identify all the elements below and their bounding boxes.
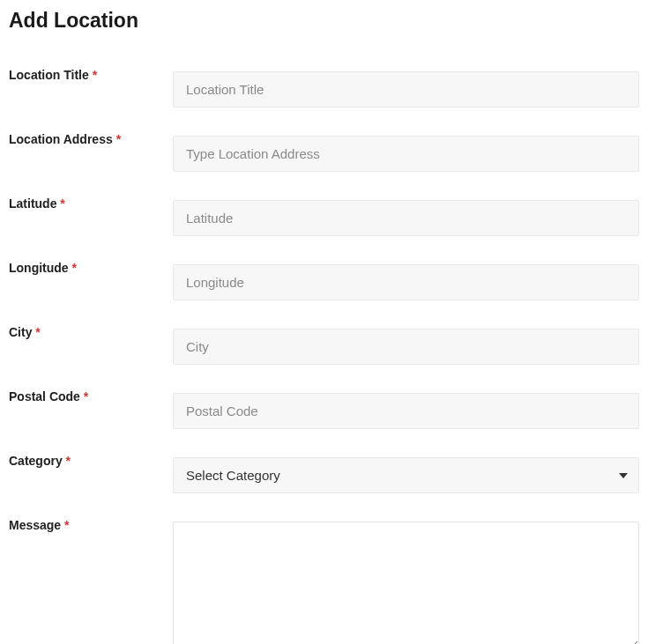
label-text: Location Title xyxy=(9,68,89,82)
row-location-title: Location Title * xyxy=(9,68,639,107)
location-title-input[interactable] xyxy=(173,71,639,107)
row-latitude: Latitude * xyxy=(9,196,639,236)
row-category: Category * Select Category xyxy=(9,454,639,493)
label-latitude: Latitude * xyxy=(9,196,173,211)
label-location-title: Location Title * xyxy=(9,68,173,82)
required-marker: * xyxy=(93,68,97,82)
label-text: Postal Code xyxy=(9,389,80,403)
label-text: Category xyxy=(9,454,63,468)
label-location-address: Location Address * xyxy=(9,132,173,146)
label-message: Message * xyxy=(9,518,173,532)
label-city: City * xyxy=(9,325,173,339)
longitude-input[interactable] xyxy=(173,264,639,300)
location-address-input[interactable] xyxy=(173,136,639,172)
postal-code-input[interactable] xyxy=(173,393,639,429)
field-wrapper xyxy=(173,68,639,107)
page-title: Add Location xyxy=(9,9,639,33)
row-message: Message * xyxy=(9,518,639,644)
field-wrapper xyxy=(173,132,639,172)
field-wrapper xyxy=(173,196,639,236)
required-marker: * xyxy=(64,518,69,532)
label-text: Message xyxy=(9,518,61,532)
row-location-address: Location Address * xyxy=(9,132,639,172)
label-longitude: Longitude * xyxy=(9,261,173,275)
label-text: Latitude xyxy=(9,196,56,211)
add-location-form: Location Title * Location Address * Lati… xyxy=(9,68,639,644)
row-city: City * xyxy=(9,325,639,365)
required-marker: * xyxy=(60,196,64,211)
label-text: City xyxy=(9,325,32,339)
row-longitude: Longitude * xyxy=(9,261,639,300)
required-marker: * xyxy=(116,132,121,146)
required-marker: * xyxy=(35,325,40,339)
category-select[interactable]: Select Category xyxy=(173,457,639,493)
field-wrapper xyxy=(173,389,639,429)
field-wrapper: Select Category xyxy=(173,454,639,493)
required-marker: * xyxy=(72,261,77,275)
required-marker: * xyxy=(66,454,71,468)
label-category: Category * xyxy=(9,454,173,468)
message-textarea[interactable] xyxy=(173,522,639,644)
label-text: Longitude xyxy=(9,261,69,275)
label-postal-code: Postal Code * xyxy=(9,389,173,403)
field-wrapper xyxy=(173,325,639,365)
field-wrapper xyxy=(173,518,639,644)
city-input[interactable] xyxy=(173,329,639,365)
latitude-input[interactable] xyxy=(173,200,639,236)
row-postal-code: Postal Code * xyxy=(9,389,639,429)
label-text: Location Address xyxy=(9,132,113,146)
field-wrapper xyxy=(173,261,639,300)
required-marker: * xyxy=(84,389,88,403)
